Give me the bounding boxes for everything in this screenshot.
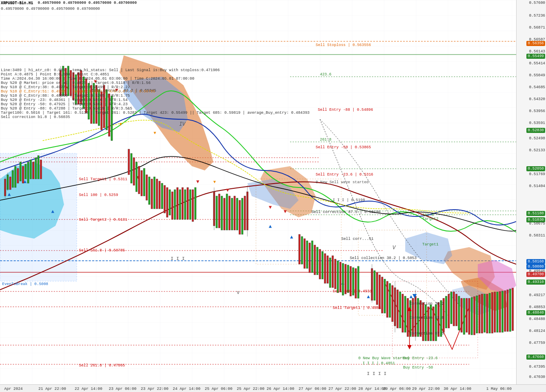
svg-rect-108 (171, 192, 173, 219)
svg-text:Buy Entry -50: Buy Entry -50 (403, 366, 433, 370)
price-target2: 0.52050 (526, 166, 545, 171)
svg-text:161.8: 161.8 (422, 213, 434, 217)
time-13: 29 Apr 22:00 (412, 387, 440, 391)
time-4: 23 Apr 22:00 (141, 387, 168, 391)
price-9: 0.53956 (529, 109, 545, 113)
svg-text:Correction 38.2: Correction 38.2 (410, 302, 444, 306)
svg-text:Sell Target1 | 0.5311: Sell Target1 | 0.5311 (79, 177, 127, 182)
svg-rect-116 (192, 190, 194, 222)
price-axis: 0.57600 0.57236 0.56871 0.56507 0.56356 … (516, 0, 546, 392)
svg-text:Sell 161.8 | 0.50785: Sell 161.8 | 0.50785 (79, 248, 125, 253)
svg-text:▼: ▼ (119, 122, 122, 127)
svg-text:I I I: I I I (171, 256, 185, 261)
price-stoploss: 0.56356 (526, 41, 545, 46)
svg-rect-128 (236, 198, 238, 230)
price-even2: 0.50080 (526, 264, 545, 269)
svg-rect-209 (494, 292, 496, 332)
price-6: 0.55049 (529, 73, 545, 78)
svg-rect-66 (35, 158, 37, 179)
svg-rect-130 (241, 198, 243, 234)
svg-rect-65 (32, 162, 34, 179)
svg-text:I I I I: I I I I (367, 371, 386, 376)
svg-rect-197 (463, 298, 465, 334)
svg-rect-191 (448, 294, 450, 328)
svg-rect-200 (471, 297, 473, 335)
svg-text:Buy Entry -23.6: Buy Entry -23.6 (403, 356, 438, 360)
svg-text:Sell Target1 | 0.4884: Sell Target1 | 0.4884 (333, 306, 381, 310)
svg-rect-106 (166, 187, 168, 217)
svg-rect-111 (179, 190, 181, 219)
svg-rect-194 (456, 294, 457, 326)
time-15: 1 May 06:00 (486, 387, 511, 391)
svg-rect-59 (17, 168, 19, 183)
svg-rect-172 (402, 294, 404, 332)
time-1: 21 Apr 22:00 (38, 387, 66, 391)
price-buy2: 0.48840 (526, 310, 545, 315)
price-5: 0.55414 (529, 61, 545, 66)
price-11: 0.52498 (529, 136, 545, 141)
svg-rect-110 (177, 187, 178, 219)
svg-rect-192 (450, 292, 452, 324)
price-23: 0.47395 (529, 365, 545, 369)
svg-rect-129 (239, 200, 241, 234)
svg-rect-98 (146, 175, 148, 200)
svg-rect-214 (507, 290, 508, 331)
svg-text:EvenToBreak | 0.5008: EvenToBreak | 0.5008 (2, 282, 48, 286)
svg-rect-57 (12, 170, 14, 187)
svg-rect-97 (143, 168, 145, 196)
svg-text:0 New Sell wave started: 0 New Sell wave started (316, 180, 369, 184)
svg-rect-104 (161, 183, 163, 209)
chart-svg: ▲ ▲ ▲ ▲ ▲ ▲ ▲ ▲ ▼ ▼ ▼ ▼ ▼ ▼ ▼ ▼ ▼ ▼ ▼ (0, 0, 516, 383)
svg-rect-185 (433, 307, 434, 341)
svg-text:I I I | 0.5198: I I I | 0.5198 (333, 198, 365, 202)
svg-text:Sell collection 38.2 | 0.5053: Sell collection 38.2 | 0.5053 (350, 256, 417, 260)
svg-rect-140 (314, 245, 316, 275)
svg-rect-202 (476, 296, 478, 333)
svg-rect-150 (340, 262, 341, 292)
svg-rect-210 (497, 292, 498, 332)
svg-text:V: V (237, 290, 240, 295)
svg-rect-131 (244, 196, 246, 230)
svg-rect-153 (347, 265, 349, 293)
svg-rect-62 (25, 164, 26, 179)
svg-rect-122 (221, 196, 223, 230)
svg-rect-92 (131, 153, 132, 183)
time-2: 22 Apr 14:00 (75, 387, 102, 391)
svg-rect-91 (128, 149, 130, 175)
price-19: 0.48853 (529, 305, 545, 309)
svg-rect-170 (397, 290, 398, 328)
svg-rect-196 (461, 298, 462, 332)
svg-rect-205 (484, 294, 485, 332)
svg-rect-60 (20, 162, 21, 181)
svg-text:Sell 100 | 0.5259: Sell 100 | 0.5259 (79, 193, 118, 197)
svg-rect-134 (299, 234, 300, 264)
svg-text:Sell correction 87.5 | 0.50196: Sell correction 87.5 | 0.50196 (311, 210, 380, 214)
svg-text:Sell Target2 | 0.5131: Sell Target2 | 0.5131 (79, 218, 127, 222)
svg-text:▼: ▼ (196, 179, 200, 185)
price-0: 0.57600 (529, 1, 545, 5)
svg-text:Correction 61.8: Correction 61.8 (410, 316, 444, 320)
time-0: Apr 2024 (4, 387, 23, 391)
svg-rect-148 (334, 259, 336, 289)
svg-rect-58 (15, 166, 16, 187)
svg-rect-164 (384, 279, 386, 313)
svg-rect-113 (184, 190, 186, 219)
svg-rect-143 (322, 251, 323, 279)
price-16: 0.50311 (529, 233, 545, 238)
svg-rect-162 (379, 275, 380, 309)
svg-rect-156 (355, 268, 357, 298)
svg-rect-100 (151, 179, 153, 209)
time-6: 25 Apr 06:00 (205, 387, 232, 391)
svg-rect-123 (224, 198, 225, 230)
svg-rect-216 (512, 288, 514, 331)
price-12: 0.52133 (529, 148, 545, 153)
svg-rect-56 (9, 177, 11, 190)
svg-rect-127 (234, 196, 235, 230)
svg-rect-173 (404, 296, 406, 332)
chart-container: MARKETIZIT XRPUSDT-Bin.H1 0.49570000 0.4… (0, 0, 546, 392)
svg-rect-61 (22, 166, 24, 183)
svg-rect-109 (174, 190, 176, 219)
time-11: 28 Apr 14:00 (358, 387, 386, 391)
svg-rect-99 (148, 177, 150, 205)
svg-rect-101 (154, 177, 155, 209)
